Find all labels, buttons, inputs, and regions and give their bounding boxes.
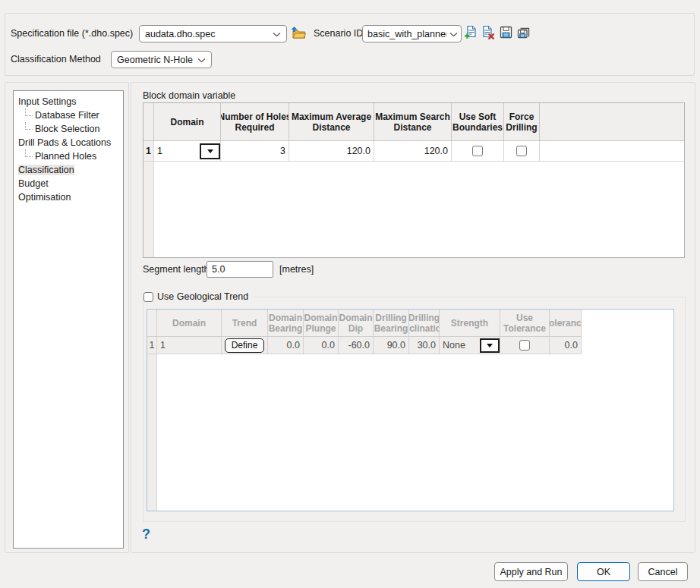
sidebar-item-budget[interactable]: Budget <box>18 177 123 190</box>
col-header-max-avg-distance: Maximum Average Distance <box>289 103 374 141</box>
ok-button[interactable]: OK <box>577 562 630 581</box>
col-header-strength: Strength <box>440 310 500 337</box>
corner-header-cell <box>143 103 154 141</box>
use-soft-boundaries-cell <box>452 141 504 162</box>
use-geological-trend-control: Use Geological Trend <box>143 291 254 303</box>
geo-table-header-row: Domain Trend Domain Bearing Domain Plung… <box>147 310 673 337</box>
save-icon <box>500 26 512 41</box>
col-header-max-search-distance: Maximum Search Distance <box>374 103 452 141</box>
classification-method-label: Classification Method <box>11 54 101 64</box>
browse-spec-file-button[interactable] <box>290 27 306 41</box>
row-number: 1 <box>147 337 157 354</box>
dropdown-arrow-icon <box>487 344 493 347</box>
save-copy-scenario-button[interactable] <box>516 26 531 41</box>
use-tolerance-checkbox[interactable] <box>519 340 530 351</box>
holes-required-cell[interactable]: 3 <box>221 141 289 162</box>
drilling-bearing-cell[interactable]: 90.0 <box>374 337 409 354</box>
sidebar-item-classification[interactable]: Classification <box>18 163 123 177</box>
col-header-trend: Trend <box>222 310 268 337</box>
sidebar-item-block-selection[interactable]: Block Selection <box>18 122 123 136</box>
scenario-id-value: basic_with_plannedh <box>367 29 446 39</box>
tree-branch-icon <box>25 122 33 130</box>
max-avg-distance-cell[interactable]: 120.0 <box>289 141 374 162</box>
sidebar-item-database-filter[interactable]: Database Filter <box>18 108 123 122</box>
top-settings-panel <box>5 13 695 76</box>
max-search-distance-cell[interactable]: 120.0 <box>374 141 452 162</box>
save-copy-icon <box>517 26 530 41</box>
new-scenario-button[interactable] <box>463 26 478 41</box>
spec-file-combo[interactable]: audata.dho.spec <box>139 25 287 42</box>
col-header-domain-bearing: Domain Bearing <box>268 310 304 337</box>
apply-and-run-button[interactable]: Apply and Run <box>494 562 568 581</box>
header-filler <box>540 103 684 141</box>
use-geological-trend-checkbox[interactable] <box>143 292 153 302</box>
tree-branch-icon <box>25 108 33 116</box>
row-filler <box>540 141 684 162</box>
dropdown-arrow-icon <box>207 149 213 153</box>
corner-header-cell <box>147 310 157 337</box>
domain-dropdown-button[interactable] <box>200 143 220 159</box>
col-header-domain: Domain <box>154 103 221 141</box>
block-domain-table: Domain Number of Holes Required Maximum … <box>143 102 685 258</box>
scenario-id-label: Scenario ID <box>314 28 363 39</box>
chevron-down-icon <box>273 29 281 39</box>
table-row: 1 1 3 120.0 120.0 <box>143 141 684 162</box>
strength-cell[interactable]: None <box>440 337 500 354</box>
navigation-tree: Input Settings Database Filter Block Sel… <box>13 90 124 549</box>
sidebar-item-drill-pads-locations[interactable]: Drill Pads & Locations <box>18 136 123 149</box>
force-drilling-checkbox[interactable] <box>516 146 527 156</box>
strength-dropdown-button[interactable] <box>480 338 500 353</box>
row-header-strip <box>143 162 154 257</box>
col-header-force-drilling: Force Drilling <box>504 103 540 141</box>
sidebar-item-optimisation[interactable]: Optimisation <box>18 190 123 204</box>
col-header-holes-required: Number of Holes Required <box>221 103 289 141</box>
geo-trend-cell: Define <box>222 337 268 354</box>
new-scenario-icon <box>464 25 478 42</box>
use-soft-boundaries-checkbox[interactable] <box>472 146 483 156</box>
use-geological-trend-label: Use Geological Trend <box>157 291 248 302</box>
drilling-inclination-cell[interactable]: 30.0 <box>409 337 440 354</box>
domain-bearing-cell[interactable]: 0.0 <box>268 337 304 354</box>
delete-scenario-icon <box>481 25 495 42</box>
classification-method-combo[interactable]: Geometric N-Hole <box>111 51 212 68</box>
force-drilling-cell <box>504 141 540 162</box>
col-header-domain: Domain <box>157 310 222 337</box>
open-folder-icon <box>291 27 306 42</box>
classification-method-value: Geometric N-Hole <box>117 55 194 65</box>
use-tolerance-cell <box>500 337 550 354</box>
segment-length-input[interactable] <box>207 261 273 278</box>
geo-table-row: 1 1 Define 0.0 0.0 -60.0 90.0 30.0 None … <box>147 337 673 354</box>
block-table-caption: Block domain variable <box>143 90 235 101</box>
col-header-drilling-bearing: Drilling Bearing <box>374 310 409 337</box>
domain-dip-cell[interactable]: -60.0 <box>339 337 374 354</box>
sidebar-item-input-settings[interactable]: Input Settings <box>18 95 123 108</box>
domain-plunge-cell[interactable]: 0.0 <box>304 337 339 354</box>
sidebar-item-planned-holes[interactable]: Planned Holes <box>18 149 123 163</box>
segment-length-label: Segment length <box>143 264 210 275</box>
chevron-down-icon <box>449 29 458 39</box>
cancel-button[interactable]: Cancel <box>638 562 688 581</box>
define-trend-button[interactable]: Define <box>225 338 265 353</box>
col-header-tolerance: Tolerance <box>550 310 582 337</box>
block-table-header-row: Domain Number of Holes Required Maximum … <box>143 103 684 141</box>
tolerance-cell[interactable]: 0.0 <box>550 337 582 354</box>
spec-file-value: audata.dho.spec <box>145 29 270 39</box>
scenario-id-combo[interactable]: basic_with_plannedh <box>362 25 462 42</box>
col-header-use-soft-boundaries: Use Soft Boundaries <box>452 103 504 141</box>
geo-domain-cell[interactable]: 1 <box>157 337 222 354</box>
delete-scenario-button[interactable] <box>481 26 496 41</box>
segment-length-unit: [metres] <box>279 264 314 275</box>
domain-cell[interactable]: 1 <box>154 141 221 162</box>
classification-dialog: Specification file (*.dho.spec) audata.d… <box>0 0 700 588</box>
row-header-strip <box>147 354 157 511</box>
col-header-use-tolerance: Use Tolerance <box>500 310 550 337</box>
tree-branch-icon <box>25 149 33 157</box>
spec-file-label: Specification file (*.dho.spec) <box>11 28 133 39</box>
row-number: 1 <box>143 141 154 162</box>
row-filler <box>582 337 673 354</box>
col-header-domain-dip: Domain Dip <box>339 310 374 337</box>
save-scenario-button[interactable] <box>498 26 513 41</box>
chevron-down-icon <box>197 55 206 65</box>
help-button[interactable]: ? <box>142 527 150 542</box>
header-filler <box>582 310 673 337</box>
